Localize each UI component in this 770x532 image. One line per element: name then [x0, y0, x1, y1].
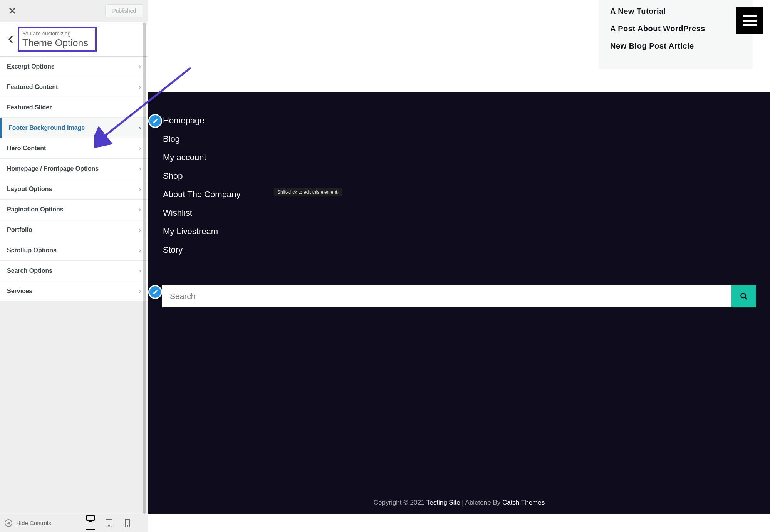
edit-shortcut-icon[interactable] [148, 285, 162, 299]
option-label: Portfolio [7, 227, 32, 233]
hide-controls-button[interactable]: ◀ Hide Controls [5, 519, 51, 527]
option-hero-content[interactable]: Hero Content› [0, 138, 148, 159]
option-scrollup-options[interactable]: Scrollup Options› [0, 240, 148, 261]
chevron-right-icon: › [139, 186, 141, 193]
svg-rect-4 [89, 521, 92, 522]
annotation-highlight: You are customizing Theme Options [18, 27, 97, 52]
svg-point-7 [109, 525, 109, 526]
option-featured-content[interactable]: Featured Content› [0, 77, 148, 97]
theme-link[interactable]: Catch Themes [502, 499, 545, 506]
device-desktop-icon[interactable] [86, 519, 95, 530]
device-tablet-icon[interactable] [105, 519, 113, 527]
footer-link[interactable]: My account [163, 153, 756, 163]
site-footer: HomepageBlogMy accountShopAbout The Comp… [148, 92, 770, 514]
collapse-icon: ◀ [5, 519, 12, 527]
svg-line-1 [745, 297, 747, 300]
back-button[interactable] [4, 35, 18, 44]
hamburger-menu-button[interactable] [736, 7, 763, 34]
chevron-right-icon: › [139, 104, 141, 111]
search-button[interactable] [731, 285, 756, 307]
chevron-right-icon: › [139, 247, 141, 254]
option-excerpt-options[interactable]: Excerpt Options› [0, 57, 148, 77]
option-footer-background-image[interactable]: Footer Background Image› [0, 118, 148, 138]
footer-link[interactable]: Story [163, 245, 756, 255]
option-pagination-options[interactable]: Pagination Options› [0, 200, 148, 220]
footer-link[interactable]: Shop [163, 171, 756, 181]
option-label: Excerpt Options [7, 63, 55, 70]
option-label: Footer Background Image [8, 124, 85, 131]
footer-link[interactable]: About The Company [163, 190, 756, 200]
chevron-right-icon: › [139, 267, 141, 274]
option-label: Homepage / Frontpage Options [7, 165, 99, 172]
footer-nav: HomepageBlogMy accountShopAbout The Comp… [163, 116, 756, 255]
option-label: Layout Options [7, 186, 52, 193]
customizer-footer: ◀ Hide Controls [0, 514, 148, 532]
panel-title: Theme Options [22, 37, 88, 49]
option-featured-slider[interactable]: Featured Slider› [0, 97, 148, 118]
option-label: Scrollup Options [7, 247, 57, 254]
recent-post-link[interactable]: A Post About WordPress [610, 24, 741, 33]
option-label: Hero Content [7, 145, 46, 152]
option-label: Services [7, 288, 32, 295]
customizer-topbar: Published [0, 0, 148, 22]
chevron-right-icon: › [139, 165, 141, 172]
footer-search [162, 285, 756, 307]
recent-post-link[interactable]: A New Tutorial [610, 7, 741, 16]
chevron-right-icon: › [139, 206, 141, 213]
chevron-right-icon: › [139, 145, 141, 152]
chevron-right-icon: › [139, 288, 141, 295]
option-label: Featured Content [7, 84, 58, 91]
chevron-right-icon: › [139, 63, 141, 70]
option-portfolio[interactable]: Portfolio› [0, 220, 148, 240]
svg-point-9 [127, 525, 128, 526]
search-input[interactable] [162, 285, 731, 307]
option-label: Pagination Options [7, 206, 64, 213]
svg-rect-3 [87, 515, 94, 520]
option-services[interactable]: Services› [0, 281, 148, 302]
scrollbar[interactable] [143, 22, 146, 514]
publish-status-button[interactable]: Published [105, 4, 144, 17]
option-homepage-frontpage-options[interactable]: Homepage / Frontpage Options› [0, 159, 148, 179]
hide-controls-label: Hide Controls [16, 520, 51, 526]
panel-subtitle: You are customizing [22, 30, 88, 37]
footer-link[interactable]: Blog [163, 134, 756, 144]
chevron-right-icon: › [139, 84, 141, 91]
copyright: Copyright © 2021 Testing Site | Abletone… [148, 499, 770, 507]
recent-post-link[interactable]: New Blog Post Article [610, 42, 741, 50]
option-label: Featured Slider [7, 104, 52, 111]
customizer-sidebar: Published You are customizing Theme Opti… [0, 0, 148, 514]
svg-rect-5 [88, 522, 93, 522]
device-mobile-icon[interactable] [123, 519, 132, 527]
footer-link[interactable]: Homepage [163, 116, 756, 126]
preview-pane: A New Tutorial A Post About WordPress Ne… [148, 0, 770, 514]
option-layout-options[interactable]: Layout Options› [0, 179, 148, 200]
option-label: Search Options [7, 267, 52, 274]
recent-posts-widget: A New Tutorial A Post About WordPress Ne… [599, 0, 753, 69]
edit-tooltip: Shift-click to edit this element. [274, 188, 342, 196]
close-button[interactable] [5, 3, 20, 18]
chevron-right-icon: › [139, 124, 141, 131]
svg-point-0 [741, 294, 746, 298]
chevron-right-icon: › [139, 227, 141, 233]
footer-link[interactable]: My Livestream [163, 227, 756, 237]
footer-link[interactable]: Wishlist [163, 208, 756, 218]
options-list[interactable]: Excerpt Options›Featured Content›Feature… [0, 57, 148, 514]
option-search-options[interactable]: Search Options› [0, 261, 148, 281]
edit-shortcut-icon[interactable] [148, 114, 162, 128]
site-link[interactable]: Testing Site [426, 499, 460, 506]
panel-header: You are customizing Theme Options [0, 22, 148, 57]
